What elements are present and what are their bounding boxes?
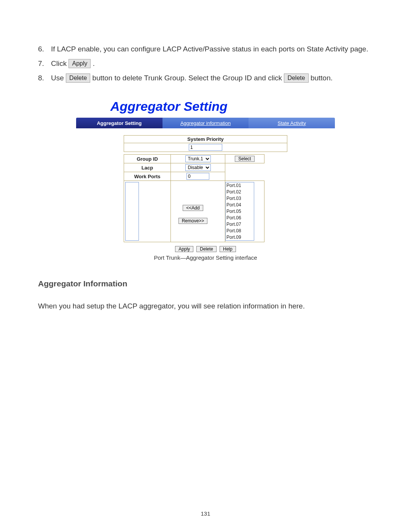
step8-post: button. <box>311 74 333 82</box>
system-priority-input[interactable] <box>189 144 222 151</box>
step-7: 7. Click Apply . <box>38 56 373 71</box>
apply-button[interactable]: Apply <box>175 246 193 252</box>
section-heading: Aggregator Information <box>38 279 373 288</box>
config-table: Group ID Trunk.1 Select Lacp Disable <box>124 154 264 242</box>
port-item[interactable]: Port.01 <box>226 182 253 189</box>
step-text: Click Apply . <box>51 56 373 71</box>
screenshot-title: Aggregator Setting <box>76 97 335 118</box>
page-number: 131 <box>0 510 411 517</box>
delete-button[interactable]: Delete <box>196 246 217 252</box>
port-item[interactable]: Port.08 <box>226 228 253 234</box>
help-button[interactable]: Help <box>220 246 236 252</box>
remove-button[interactable]: Remove>> <box>178 218 208 224</box>
screenshot-caption: Port Trunk—Aggregator Setting interface <box>76 254 335 261</box>
step-text: Use Delete button to delete Trunk Group.… <box>51 71 373 85</box>
port-item[interactable]: Port.02 <box>226 189 253 195</box>
step7-pretext: Click <box>51 59 67 67</box>
step-number: 8. <box>38 71 51 85</box>
action-buttons: Apply Delete Help <box>124 246 287 252</box>
port-item[interactable]: Port.07 <box>226 221 253 228</box>
delete-button-inline: Delete <box>66 73 90 83</box>
port-item[interactable]: Port.04 <box>226 202 253 208</box>
add-button[interactable]: <<Add <box>183 205 203 211</box>
step-6: 6. If LACP enable, you can configure LAC… <box>38 42 373 56</box>
group-id-label: Group ID <box>124 155 171 163</box>
select-button[interactable]: Select <box>235 156 254 162</box>
delete-button-inline-2: Delete <box>284 73 308 83</box>
lacp-label: Lacp <box>124 163 171 172</box>
step-number: 6. <box>38 42 51 56</box>
group-id-select[interactable]: Trunk.1 <box>185 155 211 162</box>
step8-pre: Use <box>51 74 66 82</box>
form-area: System Priority Group ID Trunk.1 Select <box>124 135 287 252</box>
system-priority-table: System Priority <box>124 135 287 152</box>
step8-mid: button to delete Trunk Group. Select the… <box>92 74 284 82</box>
step-number: 7. <box>38 56 51 71</box>
instruction-list: 6. If LACP enable, you can configure LAC… <box>38 42 373 85</box>
work-ports-label: Work Ports <box>124 172 171 181</box>
aggregator-setting-screenshot: Aggregator Setting Aggregator Setting Ag… <box>76 97 335 261</box>
port-item[interactable]: Port.05 <box>226 208 253 215</box>
selected-ports-listbox[interactable] <box>125 182 139 241</box>
tab-aggregator-setting[interactable]: Aggregator Setting <box>76 118 162 128</box>
port-item[interactable]: Port.09 <box>226 234 253 241</box>
tab-state-activity[interactable]: State Activity <box>249 118 335 128</box>
system-priority-label: System Priority <box>124 136 287 143</box>
apply-button-inline: Apply <box>68 59 91 68</box>
step7-posttext: . <box>93 59 95 67</box>
section-body: When you had setup the LACP aggregator, … <box>38 299 373 313</box>
step-8: 8. Use Delete button to delete Trunk Gro… <box>38 71 373 85</box>
step-text: If LACP enable, you can configure LACP A… <box>51 42 373 56</box>
port-item[interactable]: Port.06 <box>226 215 253 221</box>
tab-bar: Aggregator Setting Aggregator informatio… <box>76 118 335 128</box>
lacp-select[interactable]: Disable <box>185 164 211 171</box>
available-ports-listbox[interactable]: Port.01 Port.02 Port.03 Port.04 Port.05 … <box>225 182 254 241</box>
port-item[interactable]: Port.03 <box>226 195 253 202</box>
work-ports-input[interactable] <box>186 173 209 180</box>
tab-aggregator-information[interactable]: Aggregator information <box>162 118 249 128</box>
